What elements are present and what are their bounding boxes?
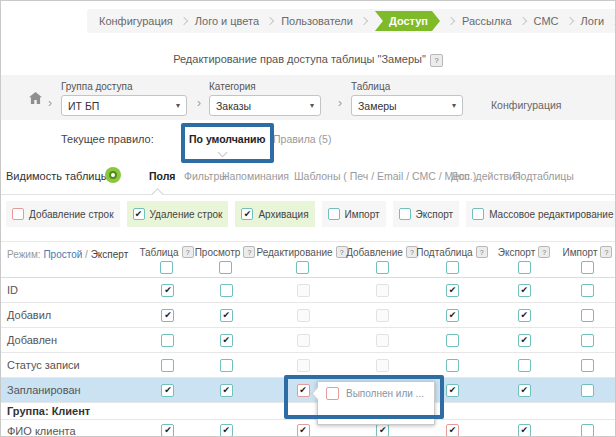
breadcrumb-item[interactable]: Рассылка	[462, 15, 512, 27]
row-checkbox[interactable]	[518, 424, 531, 437]
tab-default-rule[interactable]: По умолчанию	[189, 133, 265, 145]
access-group-select[interactable]: ИТ БП ▾	[61, 95, 187, 116]
section-tab[interactable]: Доп. действия	[451, 170, 521, 182]
row-checkbox[interactable]	[161, 359, 174, 372]
access-group-value: ИТ БП	[68, 100, 99, 112]
eye-icon[interactable]	[105, 167, 121, 183]
permission-toggle[interactable]: Импорт	[322, 201, 386, 227]
permission-toggle[interactable]: Удаление строк	[127, 201, 229, 227]
row-checkbox[interactable]	[446, 309, 459, 322]
table-select[interactable]: Замеры ▾	[351, 95, 463, 116]
section-tab[interactable]: Шаблоны ( Печ / Email / СМС / Месс )	[294, 170, 476, 182]
column-title-text: Просмотр	[195, 247, 241, 258]
row-checkbox[interactable]	[161, 284, 174, 297]
row-checkbox[interactable]	[581, 309, 594, 322]
row-checkbox[interactable]	[220, 424, 233, 437]
row-checkbox[interactable]	[581, 359, 594, 372]
breadcrumb-item[interactable]: Конфигурация	[99, 15, 173, 27]
checkbox-icon[interactable]	[241, 208, 253, 220]
breadcrumb-separator-icon	[447, 17, 455, 25]
breadcrumb-item[interactable]: Пользователи	[281, 15, 353, 27]
separator-icon: ›	[48, 96, 52, 110]
breadcrumb-item[interactable]: СМС	[534, 15, 559, 27]
separator-icon: ›	[338, 96, 342, 110]
row-checkbox[interactable]	[446, 384, 459, 397]
row-checkbox[interactable]	[297, 384, 310, 397]
permission-toggle[interactable]: Архивация	[235, 201, 314, 227]
row-checkbox[interactable]	[581, 424, 594, 437]
mode-expert-link[interactable]: Эксперт	[91, 249, 129, 260]
table-label: Таблица	[351, 81, 463, 92]
row-checkbox[interactable]	[161, 309, 174, 322]
row-checkbox[interactable]	[446, 284, 459, 297]
row-checkbox[interactable]	[220, 309, 233, 322]
row-checkbox[interactable]	[220, 334, 233, 347]
category-select[interactable]: Заказы ▾	[209, 95, 321, 116]
row-checkbox[interactable]	[297, 424, 310, 437]
section-tab[interactable]: Напоминания	[222, 170, 289, 182]
permission-cell	[195, 284, 257, 297]
permission-toggle[interactable]: Добавление строк	[6, 201, 120, 227]
row-checkbox[interactable]	[161, 334, 174, 347]
row-checkbox[interactable]	[581, 284, 594, 297]
section-tab[interactable]: Поля	[149, 170, 176, 182]
column-checkbox[interactable]	[446, 261, 459, 274]
row-checkbox[interactable]	[518, 309, 531, 322]
permission-toggle[interactable]: Массовое редактирование	[466, 201, 616, 227]
tab-rules[interactable]: Правила (5)	[273, 133, 331, 145]
column-checkbox[interactable]	[219, 261, 232, 274]
checkbox-icon[interactable]	[472, 208, 484, 220]
permission-cell	[349, 424, 417, 437]
row-checkbox[interactable]	[161, 384, 174, 397]
column-checkbox[interactable]	[376, 261, 389, 274]
checkbox-icon[interactable]	[399, 208, 411, 220]
column-title-text: Таблица	[139, 247, 178, 258]
checkbox-icon[interactable]	[328, 208, 340, 220]
row-checkbox[interactable]	[581, 334, 594, 347]
row-checkbox[interactable]	[376, 424, 389, 437]
row-checkbox[interactable]	[518, 384, 531, 397]
permission-cell	[195, 384, 257, 397]
help-icon[interactable]: ?	[182, 246, 194, 258]
row-checkbox[interactable]	[220, 284, 233, 297]
permission-cell	[195, 309, 257, 322]
help-icon[interactable]: ?	[430, 54, 443, 67]
breadcrumb-item[interactable]: Логи	[581, 15, 605, 27]
row-checkbox[interactable]	[518, 334, 531, 347]
grid-column-title: Таблица?	[139, 246, 193, 258]
help-icon[interactable]: ?	[243, 246, 255, 258]
help-icon[interactable]: ?	[538, 246, 550, 258]
row-checkbox[interactable]	[518, 284, 531, 297]
row-checkbox[interactable]	[581, 384, 594, 397]
mode-simple-link[interactable]: Простой	[43, 249, 82, 260]
row-checkbox[interactable]	[161, 424, 174, 437]
row-field-label: Запланирован	[1, 384, 141, 396]
filter-option[interactable]: Выполнен или ...	[318, 382, 434, 404]
column-title-text: Экспорт	[498, 247, 536, 258]
column-checkbox[interactable]	[518, 261, 531, 274]
table-row: Запланирован	[1, 378, 615, 403]
checkbox-icon[interactable]	[12, 208, 24, 220]
row-checkbox[interactable]	[446, 334, 459, 347]
checkbox-icon[interactable]	[326, 387, 339, 400]
section-tab[interactable]: Подтаблицы	[513, 170, 574, 182]
home-icon[interactable]	[29, 92, 42, 106]
column-checkbox[interactable]	[296, 261, 309, 274]
help-icon[interactable]: ?	[476, 246, 488, 258]
section-tab[interactable]: Фильтры	[184, 170, 227, 182]
breadcrumb-item[interactable]: Доступ	[375, 11, 440, 31]
row-checkbox[interactable]	[220, 359, 233, 372]
row-checkbox[interactable]	[446, 424, 459, 437]
permission-toggle[interactable]: Экспорт	[393, 201, 460, 227]
table-row: ФИО клиента	[1, 420, 615, 437]
breadcrumb-item[interactable]: Лого и цвета	[195, 15, 259, 27]
configuration-link[interactable]: Конфигурация	[491, 99, 561, 111]
help-icon[interactable]: ?	[600, 246, 612, 258]
category-value: Заказы	[216, 100, 251, 112]
column-checkbox[interactable]	[160, 261, 173, 274]
column-checkbox[interactable]	[581, 261, 594, 274]
checkbox-icon[interactable]	[133, 208, 145, 220]
row-checkbox[interactable]	[446, 359, 459, 372]
row-checkbox[interactable]	[220, 384, 233, 397]
row-checkbox[interactable]	[518, 359, 531, 372]
